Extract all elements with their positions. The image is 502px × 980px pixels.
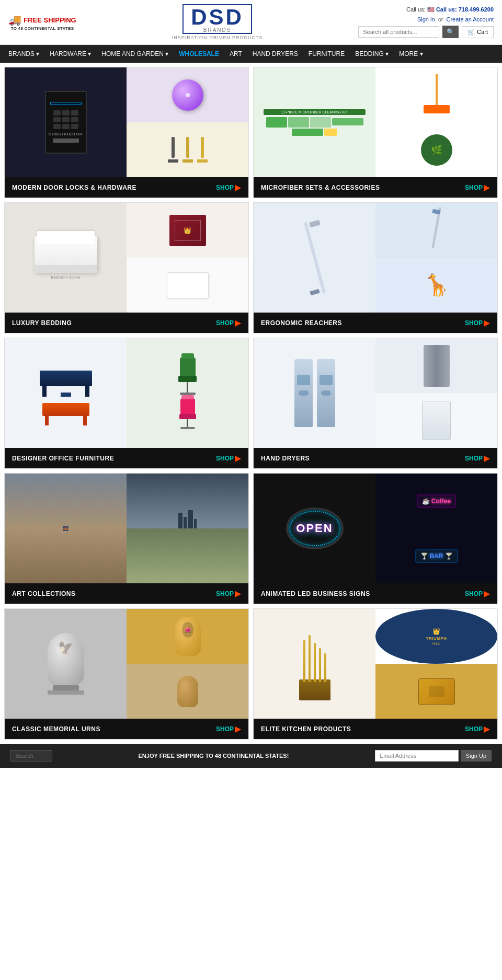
search-input[interactable] xyxy=(358,26,439,38)
footer-email-group: Sign Up xyxy=(375,750,492,762)
furniture-label: DESIGNER OFFICE FURNITURE SHOP ▶ xyxy=(5,448,248,468)
logo: DSD BRANDS INSPIRATION-DRIVEN PRODUCTS xyxy=(172,4,263,40)
bedding-shop[interactable]: SHOP ▶ xyxy=(216,318,241,328)
search-cart-row: 🔍 🛒 Cart xyxy=(358,26,494,38)
urns-title: CLASSIC MEMORIAL URNS xyxy=(12,725,100,733)
or-text: or xyxy=(438,16,443,22)
shop-arrow-icon: ▶ xyxy=(484,182,490,192)
create-account-link[interactable]: Create an Account xyxy=(446,16,494,22)
art-bridge-img: 🌉 xyxy=(5,474,127,583)
handdryer-shop[interactable]: SHOP ▶ xyxy=(465,453,490,463)
door-locks-shop[interactable]: SHOP ▶ xyxy=(216,182,241,192)
kitchen-images: 👑 TRIUMPH HILL xyxy=(254,609,497,719)
led-images: OPEN ☕ Coffee 🍸 BAR 🍸 xyxy=(254,474,497,583)
product-row-1: CONSTRUCTOR xyxy=(4,67,498,198)
tagline: INSPIRATION-DRIVEN PRODUCTS xyxy=(172,35,263,40)
nav-item-brands[interactable]: BRANDS ▾ xyxy=(3,45,44,63)
truck-icon: 🚚 xyxy=(8,14,21,26)
product-card-door-locks[interactable]: CONSTRUCTOR xyxy=(4,67,249,198)
product-card-art[interactable]: 🌉 xyxy=(4,473,249,604)
led-label: ANIMATED LED BUSINESS SIGNS SHOP ▶ xyxy=(254,583,497,604)
microfiber-mop-img xyxy=(375,67,497,122)
kitchen-knives-img xyxy=(254,609,375,719)
product-card-kitchen[interactable]: 👑 TRIUMPH HILL ELITE KITCHEN PRODUCTS xyxy=(253,608,498,740)
sign-in-link[interactable]: Sign in xyxy=(417,16,435,22)
kitchen-shop[interactable]: SHOP ▶ xyxy=(465,724,490,734)
kitchen-label: ELITE KITCHEN PRODUCTS SHOP ▶ xyxy=(254,719,497,739)
microfiber-label: MICROFIBER SETS & ACCESSORIES SHOP ▶ xyxy=(254,177,497,198)
product-row-3: DESIGNER OFFICE FURNITURE SHOP ▶ xyxy=(4,338,498,469)
urns-main-img: 🦅 xyxy=(5,609,127,719)
urns-right-stack: 🌺 xyxy=(127,609,248,719)
reachers-title: ERGONOMIC REACHERS xyxy=(261,319,342,327)
footer-search-input[interactable] xyxy=(10,750,52,762)
handdryer-main-img xyxy=(254,338,375,448)
bedding-pillow-img xyxy=(127,258,248,313)
bedding-label: LUXURY BEDDING SHOP ▶ xyxy=(5,313,248,333)
footer: ENJOY FREE SHIPPING TO 48 CONTINENTAL ST… xyxy=(0,744,502,768)
reachers-right-stack: 🦒 xyxy=(375,203,497,313)
microfiber-title: MICROFIBER SETS & ACCESSORIES xyxy=(261,184,380,191)
art-city-img xyxy=(127,474,248,528)
microfiber-right-stack: 🌿 xyxy=(375,67,497,177)
nav-item-art[interactable]: ART xyxy=(224,45,247,63)
search-button[interactable]: 🔍 xyxy=(442,26,459,38)
nav-item-bedding[interactable]: BEDDING ▾ xyxy=(350,45,394,63)
nav-item-more[interactable]: MORE ▾ xyxy=(394,45,428,63)
product-row-4: 🌉 xyxy=(4,473,498,604)
product-card-handdryers[interactable]: HAND DRYERS SHOP ▶ xyxy=(253,338,498,469)
product-card-reachers[interactable]: 🦒 ERGONOMIC REACHERS SHOP ▶ xyxy=(253,202,498,333)
microfiber-shop[interactable]: SHOP ▶ xyxy=(465,182,490,192)
bedding-duvet-img: 👑 xyxy=(127,203,248,258)
product-card-led[interactable]: OPEN ☕ Coffee 🍸 BAR 🍸 xyxy=(253,473,498,604)
footer-shipping-text: ENJOY FREE SHIPPING TO 48 CONTINENTAL ST… xyxy=(138,753,289,759)
footer-email-input[interactable] xyxy=(375,750,459,762)
reachers-giraffe-img: 🦒 xyxy=(375,258,497,313)
nav-item-wholesale[interactable]: WHOLESALE xyxy=(174,45,224,63)
furniture-shop[interactable]: SHOP ▶ xyxy=(216,453,241,463)
furniture-chairs-right xyxy=(127,338,248,448)
art-right-stack xyxy=(127,474,248,583)
art-label: ART COLLECTIONS SHOP ▶ xyxy=(5,583,248,604)
furniture-title: DESIGNER OFFICE FURNITURE xyxy=(12,455,114,462)
product-card-microfiber[interactable]: 11-PIECE MICROFIBER CLEANING KIT xyxy=(253,67,498,198)
free-shipping-line1: FREE SHIPPING xyxy=(24,17,76,24)
shop-arrow-icon: ▶ xyxy=(235,182,241,192)
footer-signup-button[interactable]: Sign Up xyxy=(461,750,492,762)
door-lock-right-stack xyxy=(127,67,248,177)
art-shop[interactable]: SHOP ▶ xyxy=(216,589,241,598)
led-title: ANIMATED LED BUSINESS SIGNS xyxy=(261,590,370,597)
nav-item-hardware[interactable]: HARDWARE ▾ xyxy=(44,45,96,63)
cart-button[interactable]: 🛒 Cart xyxy=(462,26,494,38)
urns-images: 🦅 🌺 xyxy=(5,609,248,719)
door-handles-img xyxy=(127,122,248,177)
cart-label: Cart xyxy=(477,29,488,35)
dsd-logo-text: DSD xyxy=(191,6,244,28)
product-card-urns[interactable]: 🦅 🌺 xyxy=(4,608,249,740)
shop-arrow-icon: ▶ xyxy=(484,724,490,734)
product-card-bedding[interactable]: Bedroom scene 👑 LUXUR xyxy=(4,202,249,333)
nav-item-furniture[interactable]: FURNITURE xyxy=(303,45,350,63)
led-shop[interactable]: SHOP ▶ xyxy=(465,589,490,598)
door-locks-label: MODERN DOOR LOCKS & HARDWARE SHOP ▶ xyxy=(5,177,248,198)
product-row-2: Bedroom scene 👑 LUXUR xyxy=(4,202,498,333)
nav-item-hand-dryers[interactable]: HAND DRYERS xyxy=(247,45,303,63)
reachers-shop[interactable]: SHOP ▶ xyxy=(465,318,490,328)
led-open-sign-img: OPEN xyxy=(254,474,375,583)
bedding-main-img: Bedroom scene xyxy=(5,203,127,313)
footer-search-group xyxy=(10,750,52,762)
product-grid: CONSTRUCTOR xyxy=(0,63,502,744)
nav-item-home-garden[interactable]: HOME AND GARDEN ▾ xyxy=(96,45,174,63)
microfiber-kit-img: 11-PIECE MICROFIBER CLEANING KIT xyxy=(254,67,375,177)
handdryer-metal-img xyxy=(375,338,497,393)
shop-arrow-icon: ▶ xyxy=(484,589,490,598)
bedding-right-stack: 👑 xyxy=(127,203,248,313)
furniture-images xyxy=(5,338,248,448)
reachers-label: ERGONOMIC REACHERS SHOP ▶ xyxy=(254,313,497,333)
header-right: Call us: 🇺🇸 Call us: 718.499.6200 Sign i… xyxy=(358,6,494,38)
product-card-furniture[interactable]: DESIGNER OFFICE FURNITURE SHOP ▶ xyxy=(4,338,249,469)
urns-shop[interactable]: SHOP ▶ xyxy=(216,724,241,734)
nav-bar: BRANDS ▾ HARDWARE ▾ HOME AND GARDEN ▾ WH… xyxy=(0,45,502,63)
door-knob-img xyxy=(127,67,248,122)
art-crowd-img xyxy=(127,528,248,583)
